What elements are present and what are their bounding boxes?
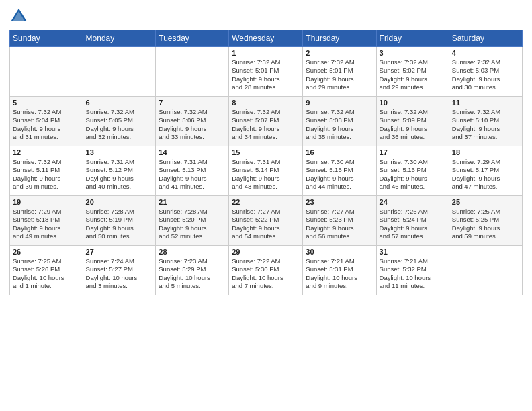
calendar-cell: 12Sunrise: 7:32 AMSunset: 5:11 PMDayligh…	[10, 146, 83, 196]
calendar-cell: 3Sunrise: 7:32 AMSunset: 5:02 PMDaylight…	[376, 47, 449, 97]
cell-text: and 49 minutes.	[13, 232, 80, 240]
cell-text: Sunset: 5:15 PM	[306, 166, 373, 174]
week-row-5: 26Sunrise: 7:25 AMSunset: 5:26 PMDayligh…	[10, 246, 523, 295]
cell-text: and 36 minutes.	[380, 133, 446, 141]
cell-text: and 37 minutes.	[452, 133, 519, 141]
calendar-cell: 25Sunrise: 7:25 AMSunset: 5:25 PMDayligh…	[449, 196, 522, 246]
cell-text: Sunrise: 7:32 AM	[380, 58, 446, 66]
calendar-cell: 1Sunrise: 7:32 AMSunset: 5:01 PMDaylight…	[229, 47, 303, 97]
week-row-2: 5Sunrise: 7:32 AMSunset: 5:04 PMDaylight…	[10, 97, 523, 146]
calendar-cell: 9Sunrise: 7:32 AMSunset: 5:08 PMDaylight…	[303, 97, 376, 146]
cell-text: Daylight: 9 hours	[13, 125, 80, 133]
cell-text: Sunrise: 7:24 AM	[86, 257, 153, 265]
cell-text: Sunrise: 7:29 AM	[452, 158, 519, 166]
cell-text: Sunset: 5:26 PM	[13, 265, 80, 273]
calendar-cell	[449, 246, 522, 295]
cell-text: and 11 minutes.	[380, 282, 446, 290]
cell-text: and 50 minutes.	[86, 232, 153, 240]
cell-text: and 39 minutes.	[13, 183, 80, 191]
day-number: 29	[232, 248, 300, 256]
cell-text: and 40 minutes.	[86, 183, 153, 191]
cell-text: Daylight: 10 hours	[86, 274, 153, 282]
cell-text: and 9 minutes.	[306, 282, 373, 290]
calendar-cell: 11Sunrise: 7:32 AMSunset: 5:10 PMDayligh…	[449, 97, 522, 146]
cell-text: Sunset: 5:01 PM	[232, 66, 300, 75]
day-number: 20	[86, 198, 153, 206]
cell-text: Daylight: 10 hours	[380, 274, 446, 282]
calendar-cell: 4Sunrise: 7:32 AMSunset: 5:03 PMDaylight…	[449, 47, 522, 97]
cell-text: Daylight: 9 hours	[452, 175, 519, 183]
cell-text: Sunrise: 7:32 AM	[452, 108, 519, 116]
cell-text: Sunrise: 7:32 AM	[13, 158, 80, 166]
cell-text: Sunrise: 7:31 AM	[86, 158, 153, 166]
day-number: 19	[13, 198, 80, 206]
cell-text: Sunrise: 7:28 AM	[159, 208, 226, 216]
cell-text: Daylight: 9 hours	[159, 175, 226, 183]
cell-text: Sunrise: 7:30 AM	[380, 158, 446, 166]
day-number: 3	[380, 49, 446, 57]
cell-text: and 1 minute.	[13, 282, 80, 290]
cell-text: Daylight: 9 hours	[86, 125, 153, 133]
day-header-wednesday: Wednesday	[229, 30, 303, 47]
calendar-cell: 16Sunrise: 7:30 AMSunset: 5:15 PMDayligh…	[303, 146, 376, 196]
cell-text: Daylight: 9 hours	[380, 224, 446, 232]
cell-text: Sunset: 5:17 PM	[452, 166, 519, 174]
cell-text: Sunrise: 7:27 AM	[232, 208, 300, 216]
cell-text: Sunrise: 7:30 AM	[306, 158, 373, 166]
cell-text: Sunrise: 7:25 AM	[452, 208, 519, 216]
cell-text: Daylight: 9 hours	[306, 125, 373, 133]
cell-text: and 29 minutes.	[380, 83, 446, 91]
page-container: SundayMondayTuesdayWednesdayThursdayFrid…	[0, 0, 532, 300]
cell-text: Sunset: 5:04 PM	[13, 116, 80, 124]
day-header-monday: Monday	[83, 30, 156, 47]
day-header-tuesday: Tuesday	[156, 30, 229, 47]
logo-icon	[9, 7, 28, 26]
cell-text: Sunset: 5:30 PM	[232, 265, 300, 273]
cell-text: Sunrise: 7:21 AM	[380, 257, 446, 265]
calendar-cell: 19Sunrise: 7:29 AMSunset: 5:18 PMDayligh…	[10, 196, 83, 246]
day-number: 7	[159, 99, 226, 107]
cell-text: Sunset: 5:31 PM	[306, 265, 373, 273]
week-row-1: 1Sunrise: 7:32 AMSunset: 5:01 PMDaylight…	[10, 47, 523, 97]
cell-text: Daylight: 9 hours	[452, 125, 519, 133]
cell-text: Sunset: 5:07 PM	[232, 116, 300, 124]
calendar-cell: 29Sunrise: 7:22 AMSunset: 5:30 PMDayligh…	[229, 246, 303, 295]
calendar-cell: 2Sunrise: 7:32 AMSunset: 5:01 PMDaylight…	[303, 47, 376, 97]
cell-text: Sunset: 5:16 PM	[380, 166, 446, 174]
cell-text: Daylight: 9 hours	[380, 125, 446, 133]
day-number: 9	[306, 99, 373, 107]
day-number: 17	[380, 148, 446, 156]
cell-text: Sunrise: 7:32 AM	[232, 58, 300, 66]
day-number: 27	[86, 248, 153, 256]
calendar-cell: 30Sunrise: 7:21 AMSunset: 5:31 PMDayligh…	[303, 246, 376, 295]
cell-text: Sunset: 5:29 PM	[159, 265, 226, 273]
cell-text: and 32 minutes.	[86, 133, 153, 141]
calendar-cell: 14Sunrise: 7:31 AMSunset: 5:13 PMDayligh…	[156, 146, 229, 196]
day-header-friday: Friday	[376, 30, 449, 47]
day-number: 10	[380, 99, 446, 107]
cell-text: Daylight: 9 hours	[159, 125, 226, 133]
cell-text: Sunset: 5:12 PM	[86, 166, 153, 174]
header	[9, 7, 523, 26]
cell-text: Sunrise: 7:26 AM	[380, 208, 446, 216]
day-number: 24	[380, 198, 446, 206]
cell-text: Sunset: 5:13 PM	[159, 166, 226, 174]
cell-text: Sunrise: 7:32 AM	[13, 108, 80, 116]
cell-text: Sunset: 5:25 PM	[452, 216, 519, 224]
cell-text: and 46 minutes.	[380, 183, 446, 191]
day-number: 5	[13, 99, 80, 107]
cell-text: Sunrise: 7:32 AM	[159, 108, 226, 116]
calendar-cell: 6Sunrise: 7:32 AMSunset: 5:05 PMDaylight…	[83, 97, 156, 146]
day-number: 6	[86, 99, 153, 107]
cell-text: Daylight: 9 hours	[452, 224, 519, 232]
calendar-cell: 15Sunrise: 7:31 AMSunset: 5:14 PMDayligh…	[229, 146, 303, 196]
day-number: 16	[306, 148, 373, 156]
cell-text: Sunrise: 7:32 AM	[380, 108, 446, 116]
cell-text: Sunset: 5:18 PM	[13, 216, 80, 224]
cell-text: Sunrise: 7:25 AM	[13, 257, 80, 265]
cell-text: Sunrise: 7:29 AM	[13, 208, 80, 216]
cell-text: Sunrise: 7:32 AM	[232, 108, 300, 116]
cell-text: Daylight: 9 hours	[380, 75, 446, 83]
cell-text: Sunset: 5:22 PM	[232, 216, 300, 224]
cell-text: and 52 minutes.	[159, 232, 226, 240]
